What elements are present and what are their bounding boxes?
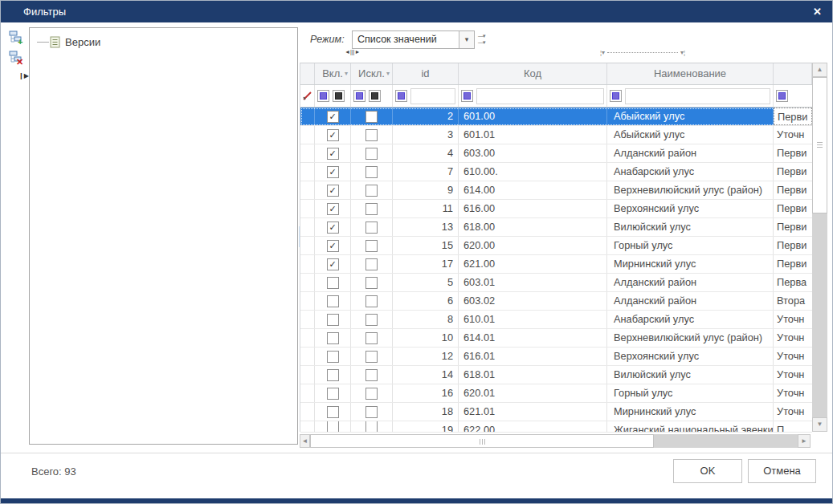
filter-input-id[interactable] — [410, 88, 455, 104]
add-filter-button[interactable]: + — [9, 30, 25, 46]
include-checkbox[interactable]: ✓ — [327, 148, 339, 160]
include-checkbox[interactable]: ✓ — [327, 166, 339, 178]
id-cell: 14 — [393, 366, 459, 384]
filter-value-button[interactable] — [333, 90, 345, 102]
exclude-checkbox[interactable] — [365, 240, 378, 252]
exclude-checkbox[interactable] — [365, 258, 378, 270]
filter-condition-button[interactable] — [317, 90, 329, 102]
exclude-checkbox[interactable] — [365, 148, 378, 160]
filter-dropdown-icon[interactable]: ▾ — [345, 63, 348, 84]
filter-condition-button[interactable] — [610, 90, 622, 102]
include-checkbox[interactable]: ✓ — [327, 222, 339, 234]
include-checkbox[interactable]: ✓ — [327, 240, 339, 252]
filter-condition-button[interactable] — [461, 90, 473, 102]
filter-condition-icon — [463, 92, 471, 100]
chevron-down-icon[interactable]: ▾ — [459, 31, 474, 48]
exclude-checkbox[interactable] — [365, 185, 378, 197]
grid-splitter-marker-icon[interactable]: ◄|||► — [345, 49, 360, 55]
table-row[interactable]: 14618.01Вилюйский улусУточн — [300, 366, 812, 384]
filter-input-name[interactable] — [625, 88, 770, 104]
version-cell: Перви — [774, 181, 812, 199]
exclude-checkbox[interactable] — [365, 369, 378, 381]
table-row-partial[interactable]: 19622.00Жиганский национальный эвенкийск… — [300, 421, 812, 433]
include-checkbox[interactable] — [327, 332, 339, 344]
scroll-up-icon[interactable]: ▲ — [812, 63, 827, 77]
exclude-checkbox[interactable] — [365, 421, 378, 432]
filter-condition-button[interactable] — [395, 90, 407, 102]
exclude-checkbox[interactable] — [365, 314, 378, 326]
include-checkbox[interactable]: ✓ — [327, 203, 339, 215]
exclude-checkbox[interactable] — [365, 129, 378, 141]
table-row[interactable]: ✓17621.00Мирнинский улусПерви — [300, 255, 812, 274]
include-checkbox[interactable]: ✓ — [327, 258, 339, 270]
table-row[interactable]: 16620.01Горный улусУточн — [300, 384, 812, 403]
table-row[interactable]: ✓2601.00Абыйский улусПерви — [300, 108, 812, 126]
table-row[interactable]: 6603.02Алданский районВтора — [300, 292, 812, 311]
vertical-scrollbar-thumb[interactable] — [812, 77, 827, 213]
column-header-id[interactable]: id — [393, 63, 459, 84]
code-cell: 603.00 — [459, 144, 607, 162]
exclude-checkbox[interactable] — [365, 295, 378, 307]
row-indicator-cell — [300, 163, 315, 181]
column-header-include[interactable]: Вкл. ▾ — [315, 63, 351, 84]
ok-button[interactable]: OK — [673, 459, 742, 483]
include-checkbox[interactable] — [327, 421, 339, 432]
table-row[interactable]: ✓4603.00Алданский районПерви — [300, 144, 812, 163]
table-row[interactable]: ✓7610.00.Анабарский улусПерви — [300, 163, 812, 181]
remove-filter-button[interactable]: ✕ — [9, 50, 25, 66]
exclude-checkbox[interactable] — [365, 351, 378, 363]
filter-condition-button[interactable] — [353, 90, 365, 102]
horizontal-scrollbar[interactable]: ◄ ► — [300, 434, 811, 448]
include-checkbox[interactable] — [327, 369, 339, 381]
close-icon[interactable]: ✕ — [813, 1, 822, 22]
include-checkbox[interactable] — [327, 314, 339, 326]
exclude-checkbox[interactable] — [365, 388, 378, 400]
column-header-version[interactable] — [774, 63, 812, 84]
table-row[interactable]: ✓9614.00Верхневилюйский улус (район)Перв… — [300, 181, 812, 200]
mode-options-icon[interactable]: —▾ —▾ — [478, 33, 488, 47]
table-row[interactable]: 8610.01Анабарский улусУточн — [300, 311, 812, 329]
table-row[interactable]: ✓13618.00Вилюйский улусПерви — [300, 218, 812, 237]
horizontal-scrollbar-thumb[interactable] — [310, 434, 654, 448]
include-checkbox[interactable] — [327, 388, 339, 400]
table-row[interactable]: 10614.01Верхневилюйский улус (район)Уточ… — [300, 329, 812, 348]
vertical-scrollbar[interactable]: ▲ ▼ — [812, 63, 827, 432]
filter-value-button[interactable] — [369, 90, 381, 102]
table-row[interactable]: 12616.01Верхоянский улусУточн — [300, 348, 812, 366]
scroll-down-icon[interactable]: ▼ — [812, 417, 827, 432]
scroll-right-icon[interactable]: ► — [798, 434, 811, 448]
clear-filter-icon[interactable] — [302, 91, 312, 101]
table-row[interactable]: ✓11616.00Верхоянский улусПерви — [300, 200, 812, 218]
exclude-checkbox[interactable] — [365, 111, 378, 123]
version-cell: Уточн — [774, 348, 812, 365]
filter-condition-button[interactable] — [776, 90, 788, 102]
column-header-code[interactable]: Код — [459, 63, 607, 84]
tree-node-versions[interactable]: Версии — [37, 35, 100, 49]
cancel-button[interactable]: Отмена — [748, 459, 816, 483]
include-checkbox[interactable]: ✓ — [327, 129, 339, 141]
include-checkbox[interactable] — [327, 277, 339, 289]
scroll-left-icon[interactable]: ◄ — [300, 434, 310, 448]
mode-dropdown[interactable]: Список значений ▾ — [352, 30, 475, 49]
table-row[interactable]: ✓15620.00Горный улусПерви — [300, 237, 812, 255]
collapse-panel-icon[interactable]: ❙▶ — [18, 72, 30, 82]
include-checkbox[interactable] — [327, 406, 339, 418]
exclude-checkbox[interactable] — [365, 406, 378, 418]
include-checkbox[interactable]: ✓ — [327, 185, 339, 197]
exclude-checkbox[interactable] — [365, 203, 378, 215]
include-checkbox[interactable] — [327, 295, 339, 307]
title-bar: Фильтры ✕ — [1, 1, 832, 22]
include-checkbox[interactable]: ✓ — [327, 111, 339, 123]
include-checkbox[interactable] — [327, 351, 339, 363]
exclude-checkbox[interactable] — [365, 166, 378, 178]
exclude-checkbox[interactable] — [365, 277, 378, 289]
filter-input-code[interactable] — [476, 88, 604, 104]
column-header-exclude[interactable]: Искл. ▾ — [351, 63, 393, 84]
column-header-name[interactable]: Наименование — [607, 63, 774, 84]
filter-dropdown-icon[interactable]: ▾ — [386, 63, 390, 84]
table-row[interactable]: 5603.01Алданский районПерва — [300, 274, 812, 292]
table-row[interactable]: ✓3601.01Абыйский улусУточн — [300, 126, 812, 144]
exclude-checkbox[interactable] — [365, 332, 378, 344]
exclude-checkbox[interactable] — [365, 222, 378, 234]
table-row[interactable]: 18621.01Мирнинский улусУточн — [300, 403, 812, 421]
